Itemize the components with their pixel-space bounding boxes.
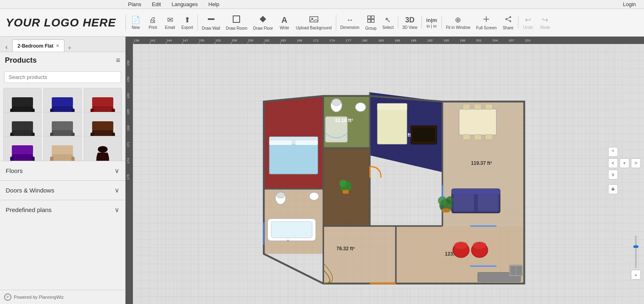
svg-text:198: 198 bbox=[460, 39, 465, 42]
group-button[interactable]: Group bbox=[363, 13, 379, 32]
doors-windows-accordion-header[interactable]: Doors & Windows ∨ bbox=[0, 181, 125, 200]
svg-point-163 bbox=[309, 192, 319, 200]
email-icon: ✉ bbox=[167, 15, 173, 24]
products-header: Products ≡ bbox=[0, 52, 125, 69]
draw-floor-icon bbox=[259, 15, 267, 25]
select-button[interactable]: ↖ Select bbox=[380, 14, 396, 31]
write-button[interactable]: A Write bbox=[276, 14, 293, 32]
menu-login[interactable]: Login bbox=[623, 1, 636, 7]
svg-text:192: 192 bbox=[427, 39, 433, 42]
toolbar-draw-group: Draw Wall Draw Room Draw Floor A Write U… bbox=[199, 13, 334, 32]
svg-text:162: 162 bbox=[264, 39, 270, 42]
svg-text:165: 165 bbox=[280, 39, 286, 42]
svg-point-162 bbox=[287, 240, 289, 242]
svg-rect-161 bbox=[271, 221, 312, 238]
draw-room-button[interactable]: Draw Room bbox=[223, 13, 250, 32]
zoom-minus-button[interactable]: - bbox=[631, 270, 641, 280]
floorplan-container[interactable]: 90.96 ft² 32.18 ft² 79.11 ft² 119.37 ft²… bbox=[133, 44, 644, 304]
nav-left-button[interactable]: < bbox=[608, 158, 618, 168]
unit-system-button[interactable]: in|m in | m bbox=[423, 15, 440, 30]
menu-item-languages[interactable]: Languages bbox=[170, 0, 199, 8]
nav-zoom-plus-button[interactable]: + bbox=[608, 184, 618, 194]
zoom-slider-thumb[interactable] bbox=[633, 245, 638, 248]
menu-item-edit[interactable]: Edit bbox=[150, 0, 163, 8]
svg-point-129 bbox=[355, 103, 366, 112]
full-screen-button[interactable]: Full Screen bbox=[474, 14, 499, 32]
canvas-area[interactable]: 138 141 144 147 150 153 156 159 162 165 … bbox=[126, 37, 644, 304]
product-item-chair-purple[interactable] bbox=[3, 136, 42, 161]
search-input[interactable] bbox=[4, 71, 121, 83]
main-area: ‹ 2-Bedroom Flat ✕ + Products ≡ bbox=[0, 37, 644, 304]
svg-marker-102 bbox=[323, 226, 396, 283]
nav-center-button[interactable]: + bbox=[620, 158, 629, 168]
svg-rect-44 bbox=[52, 153, 73, 161]
svg-text:171: 171 bbox=[126, 142, 130, 147]
zoom-slider-track[interactable] bbox=[635, 236, 637, 268]
svg-rect-134 bbox=[412, 127, 435, 142]
view-3d-button[interactable]: 3D 3D View bbox=[400, 14, 420, 31]
svg-rect-1 bbox=[233, 16, 240, 22]
svg-rect-143 bbox=[452, 189, 500, 195]
svg-text:171: 171 bbox=[313, 39, 319, 42]
svg-text:119.37 ft²: 119.37 ft² bbox=[471, 160, 492, 166]
draw-floor-button[interactable]: Draw Floor bbox=[251, 13, 276, 32]
select-icon: ↖ bbox=[385, 15, 391, 24]
panel-collapse-button[interactable]: ‹ bbox=[2, 43, 11, 52]
svg-point-48 bbox=[98, 146, 108, 153]
floors-accordion-header[interactable]: Floors ∨ bbox=[0, 161, 125, 180]
full-screen-icon bbox=[483, 15, 490, 25]
dimension-button[interactable]: ↔ Dimension bbox=[338, 14, 362, 31]
svg-rect-138 bbox=[485, 104, 492, 109]
svg-rect-25 bbox=[92, 97, 113, 106]
toolbar-tools-group: ↔ Dimension Group ↖ Select 3D 3D View in… bbox=[338, 13, 554, 32]
svg-rect-126 bbox=[343, 190, 349, 194]
nav-up-button[interactable]: ^ bbox=[608, 147, 618, 157]
menu-item-plans[interactable]: Plans bbox=[126, 0, 143, 8]
toolbar-divider-7 bbox=[518, 17, 518, 29]
menu-item-help[interactable]: Help bbox=[207, 0, 221, 8]
product-item-chair-beige[interactable] bbox=[43, 136, 82, 161]
svg-text:189: 189 bbox=[411, 39, 417, 42]
svg-text:156: 156 bbox=[232, 39, 237, 42]
svg-rect-144 bbox=[454, 195, 474, 211]
nav-down-button[interactable]: v bbox=[608, 170, 618, 179]
products-section: Products ≡ bbox=[0, 52, 125, 85]
tab-add-button[interactable]: + bbox=[68, 44, 71, 52]
svg-point-159 bbox=[276, 192, 285, 198]
logo: YOUR LOGO HERE bbox=[2, 16, 124, 29]
svg-text:141: 141 bbox=[150, 39, 156, 42]
svg-rect-86 bbox=[126, 44, 133, 304]
redo-button[interactable]: ↪ Redo bbox=[537, 14, 554, 31]
toolbar-divider-4 bbox=[398, 17, 398, 29]
share-button[interactable]: Share bbox=[500, 14, 516, 32]
undo-button[interactable]: ↩ Undo bbox=[520, 14, 536, 31]
tab-area: ‹ 2-Bedroom Flat ✕ + bbox=[0, 37, 125, 52]
draw-wall-button[interactable]: Draw Wall bbox=[199, 13, 223, 32]
toolbar-divider-1 bbox=[126, 15, 126, 31]
nav-right-button[interactable]: > bbox=[631, 158, 641, 168]
upload-bg-button[interactable]: Upload Background bbox=[293, 14, 334, 32]
fit-window-button[interactable]: ⊕ Fit in Window bbox=[443, 14, 473, 31]
svg-rect-40 bbox=[12, 153, 33, 161]
svg-rect-47 bbox=[71, 157, 75, 161]
product-item-vase-dark[interactable] bbox=[84, 136, 122, 161]
email-button[interactable]: ✉ Email bbox=[162, 14, 178, 31]
svg-text:153: 153 bbox=[215, 39, 221, 42]
export-button[interactable]: ⬆ Export bbox=[179, 14, 196, 31]
svg-rect-122 bbox=[296, 140, 318, 145]
svg-text:168: 168 bbox=[126, 125, 130, 131]
svg-rect-46 bbox=[50, 157, 53, 161]
toolbar-file-group: 📄 New 🖨 Print ✉ Email ⬆ Export bbox=[128, 14, 196, 31]
print-button[interactable]: 🖨 Print bbox=[145, 14, 161, 31]
spacer bbox=[0, 219, 125, 290]
predefined-plans-chevron-icon: ∨ bbox=[115, 206, 119, 214]
floors-chevron-icon: ∨ bbox=[115, 167, 119, 175]
tab-close-icon[interactable]: ✕ bbox=[56, 44, 59, 48]
tab-bedroom-flat[interactable]: 2-Bedroom Flat ✕ bbox=[12, 39, 64, 52]
predefined-plans-accordion-header[interactable]: Predefined plans ∨ bbox=[0, 200, 125, 219]
svg-rect-41 bbox=[12, 145, 33, 154]
predefined-plans-section: Predefined plans ∨ bbox=[0, 200, 125, 219]
products-menu-icon[interactable]: ≡ bbox=[116, 56, 120, 65]
new-button[interactable]: 📄 New bbox=[128, 14, 144, 31]
tab-bar: ‹ 2-Bedroom Flat ✕ + bbox=[0, 37, 125, 52]
